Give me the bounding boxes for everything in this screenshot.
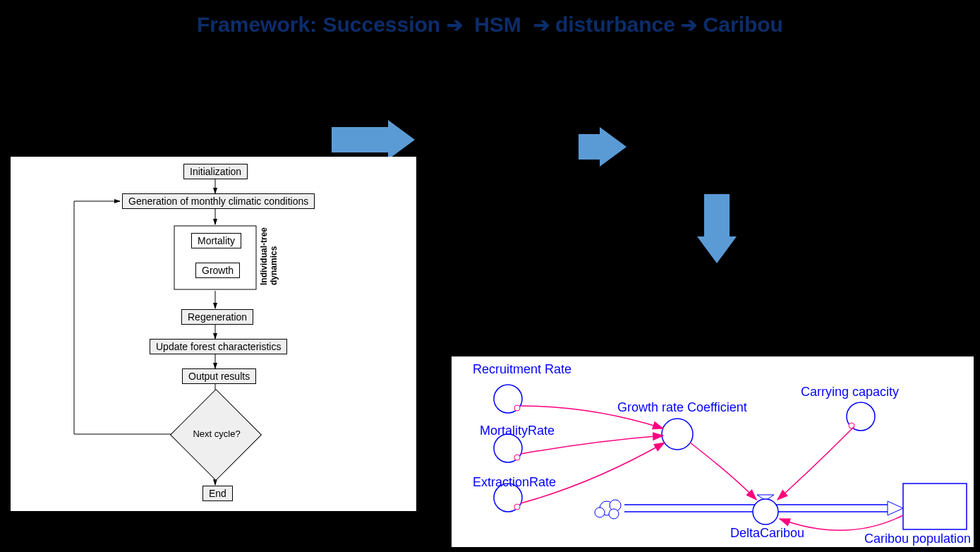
sd-extraction: ExtractionRate <box>473 475 556 490</box>
title-step3: disturbance <box>555 13 675 36</box>
fc-growth: Growth <box>195 263 240 278</box>
sd-population: Caribou population <box>864 532 971 546</box>
label-caribou-model: CaribouVerhulst-Pearl model <box>607 286 833 332</box>
svg-point-17 <box>662 419 693 450</box>
flow-arrow-3 <box>697 194 737 263</box>
arrow-icon: ➔ <box>681 13 697 37</box>
fc-gen-climate: Generation of monthly climatic condition… <box>122 193 315 209</box>
svg-point-22 <box>609 509 619 519</box>
fc-regen: Regeneration <box>181 309 253 325</box>
fc-update: Update forest characteristics <box>150 339 287 354</box>
label-recruitment: Recruitment rate <box>614 120 811 143</box>
svg-point-26 <box>753 499 778 524</box>
flow-arrow-1 <box>332 120 415 160</box>
arrow-icon: ➔ <box>447 13 463 37</box>
label-si-comp: SIcomputation <box>416 113 557 160</box>
title-step2: HSM <box>474 13 521 36</box>
sd-carrying: Carrying capacity <box>801 385 899 400</box>
fc-output: Output results <box>182 368 256 384</box>
svg-point-12 <box>514 405 520 411</box>
flow-arrow-2 <box>579 127 627 167</box>
fc-init: Initialization <box>183 164 248 179</box>
svg-rect-27 <box>903 484 967 529</box>
label-forest-model: Forest succession modelLANDCLIM <box>55 92 351 138</box>
fc-mortality: Mortality <box>191 233 241 248</box>
sd-mortality: MortalityRate <box>480 424 555 438</box>
title-step1: Succession <box>322 13 440 36</box>
framework-title: Framework: Succession ➔ HSM ➔ disturbanc… <box>0 13 980 37</box>
forest-flowchart: Initialization Generation of monthly cli… <box>11 157 416 511</box>
fc-next-cycle: Next cycle? <box>185 428 248 439</box>
caribou-sd-panel: Recruitment Rate MortalityRate Extractio… <box>452 356 974 547</box>
sd-delta: DeltaCaribou <box>730 526 804 541</box>
fc-end: End <box>202 486 233 501</box>
svg-point-14 <box>514 455 520 460</box>
sd-growth-coef: Growth rate Coefficient <box>617 400 747 415</box>
diagram-stage: Framework: Succession ➔ HSM ➔ disturbanc… <box>0 0 980 552</box>
title-prefix: Framework: <box>197 13 322 36</box>
arrow-icon: ➔ <box>533 13 550 37</box>
flowchart-caption: Model and application from paper by Schu… <box>56 522 409 537</box>
fc-ind-tree: Individual-treedynamics <box>259 227 279 285</box>
svg-point-23 <box>595 508 605 517</box>
title-step4: Caribou <box>703 13 783 36</box>
sd-recruit: Recruitment Rate <box>473 362 571 377</box>
svg-point-16 <box>514 504 520 510</box>
